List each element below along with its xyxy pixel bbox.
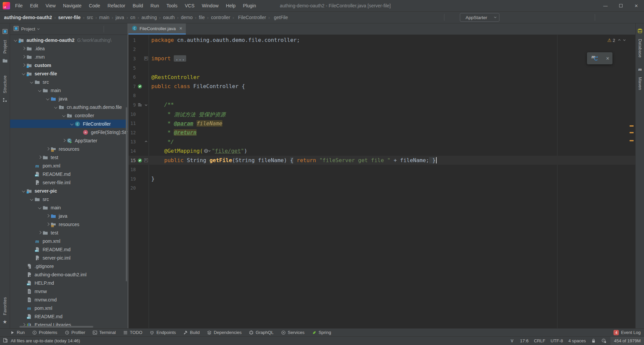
tool-window-button-todo[interactable]: TODO: [123, 330, 142, 335]
indent-style-widget[interactable]: 4 spaces: [568, 337, 586, 345]
hide-button[interactable]: [117, 25, 125, 33]
line-number[interactable]: 20: [128, 185, 136, 191]
menu-tools[interactable]: Tools: [163, 0, 181, 12]
breadcrumb-item-getfile[interactable]: mgetFile: [272, 15, 288, 20]
breadcrumb-item-controller[interactable]: controller: [211, 15, 230, 20]
menu-help[interactable]: Help: [222, 0, 239, 12]
tool-window-button-terminal[interactable]: Terminal: [93, 330, 116, 335]
tree-chevron[interactable]: [21, 44, 26, 53]
line-separator-widget[interactable]: CRLF: [534, 337, 545, 345]
memory-indicator-widget[interactable]: 454 of 1979M: [610, 337, 644, 345]
tree-chevron[interactable]: [37, 86, 43, 94]
inspections-widget[interactable]: ⚠ 2: [607, 38, 625, 43]
tree-item-test[interactable]: test: [10, 228, 127, 237]
run-button[interactable]: [503, 13, 511, 21]
line-number[interactable]: 8: [128, 93, 136, 98]
tree-chevron[interactable]: [13, 36, 18, 44]
menu-run[interactable]: Run: [147, 0, 163, 12]
tree-chevron[interactable]: [45, 212, 51, 220]
profile-alloc-button[interactable]: [560, 13, 568, 21]
line-number[interactable]: 2: [128, 47, 136, 52]
tool-window-button-endpoints[interactable]: Endpoints: [150, 330, 176, 335]
tool-button-database[interactable]: Database: [638, 39, 642, 58]
menu-window[interactable]: Window: [198, 0, 222, 12]
breadcrumb-item-file[interactable]: file: [199, 15, 205, 20]
tree-item-server-pic[interactable]: server-pic: [10, 187, 127, 195]
tree-chevron[interactable]: [61, 111, 67, 120]
packages-folder-icon[interactable]: [2, 58, 8, 65]
close-button[interactable]: ✕: [629, 0, 644, 12]
tree-chevron[interactable]: [21, 53, 26, 61]
cpu-gauge-button[interactable]: [571, 13, 579, 21]
breadcrumb-item-filecontroller[interactable]: CFileController: [236, 15, 266, 20]
warning-stripe-mark[interactable]: [630, 132, 634, 133]
tree-vertical-scrollbar[interactable]: [126, 107, 127, 281]
breadcrumb-item-java[interactable]: java: [115, 15, 124, 20]
tree-item-test[interactable]: test: [10, 153, 127, 161]
file-encoding-widget[interactable]: UTF-8: [551, 337, 563, 345]
gradient-sphere-plugin-button[interactable]: [633, 13, 641, 21]
line-number[interactable]: 7: [128, 84, 136, 89]
warning-stripe-mark[interactable]: [630, 140, 634, 141]
breadcrumb-item-authing[interactable]: authing: [142, 15, 157, 20]
menu-file[interactable]: File: [13, 0, 26, 12]
tool-window-button-problems[interactable]: Problems: [32, 330, 57, 335]
write-access-lock-widget[interactable]: [591, 337, 596, 345]
tree-item-src[interactable]: src: [10, 78, 127, 86]
tool-window-button-graphql[interactable]: GraphQL: [249, 330, 273, 335]
tree-chevron[interactable]: [21, 69, 26, 78]
tree-chevron[interactable]: [53, 103, 59, 111]
tree-item-server-file-iml[interactable]: server-file.iml: [10, 178, 127, 187]
line-number[interactable]: 14: [128, 148, 136, 154]
tab-filecontroller-java[interactable]: C FileController.java ✕: [128, 23, 186, 34]
project-view-selector[interactable]: Project: [13, 26, 39, 32]
menu-navigate[interactable]: Navigate: [59, 0, 85, 12]
tool-button-structure[interactable]: Structure: [3, 75, 7, 93]
tree-item--idea[interactable]: .idea: [10, 44, 127, 53]
ide-update-button[interactable]: [622, 13, 630, 21]
maximize-button[interactable]: [613, 0, 629, 12]
line-number[interactable]: 18: [128, 167, 136, 172]
tool-button-favorites[interactable]: Favorites: [3, 297, 7, 315]
next-problem-icon[interactable]: [623, 39, 626, 41]
tree-item-readme-md[interactable]: MDREADME.md: [10, 312, 127, 321]
tree-item-cn-authing-oauth-demo-file[interactable]: cn.authing.oauth.demo.file: [10, 103, 127, 111]
tool-window-button-spring[interactable]: Spring: [312, 330, 331, 335]
caret-position-widget[interactable]: 17:6: [520, 337, 528, 345]
tree-item-readme-md[interactable]: MDREADME.md: [10, 170, 127, 178]
line-number[interactable]: 1: [128, 38, 136, 43]
tree-chevron[interactable]: [29, 195, 35, 203]
tree-chevron[interactable]: [37, 228, 43, 237]
fold-marker[interactable]: +: [143, 57, 149, 60]
tree-item-authing-demo-oauth2-iml[interactable]: authing-demo-oauth2.iml: [10, 270, 127, 279]
tree-item-pom-xml[interactable]: mpom.xml: [10, 304, 127, 312]
tree-item-java[interactable]: java: [10, 94, 127, 103]
previous-problem-icon[interactable]: [618, 39, 621, 41]
line-number[interactable]: 19: [128, 176, 136, 182]
tree-item-src[interactable]: src: [10, 195, 127, 203]
tool-window-button-build[interactable]: Build: [183, 330, 200, 335]
tree-horizontal-scrollbar[interactable]: [19, 326, 93, 328]
tree-item--gitignore[interactable]: .gitignore: [10, 262, 127, 270]
tool-button-project[interactable]: Project: [3, 40, 7, 54]
fold-marker[interactable]: +: [143, 158, 149, 162]
breadcrumb-item-main[interactable]: main: [99, 15, 109, 20]
tree-item-appstarter[interactable]: CAppStarter: [10, 136, 127, 145]
line-number[interactable]: 12: [128, 130, 136, 135]
tree-item-main[interactable]: main: [10, 86, 127, 94]
locate-button[interactable]: [72, 25, 80, 33]
tree-chevron[interactable]: [29, 78, 35, 86]
debug-button[interactable]: [514, 13, 522, 21]
tree-item-controller[interactable]: controller: [10, 111, 127, 120]
tree-item-mvnw-cmd[interactable]: mvnw.cmd: [10, 295, 127, 304]
doclist-gutter-icon[interactable]: [137, 102, 143, 107]
tree-item-pom-xml[interactable]: mpom.xml: [10, 161, 127, 170]
tool-window-button-run[interactable]: Run: [10, 330, 25, 335]
line-number[interactable]: 5: [128, 65, 136, 71]
menu-code[interactable]: Code: [85, 0, 104, 12]
tree-chevron[interactable]: [69, 120, 75, 128]
bean-gutter-icon[interactable]: [137, 158, 143, 163]
breadcrumb-item-cn[interactable]: cn: [130, 15, 135, 20]
profiler-menu-button[interactable]: [537, 13, 545, 21]
warning-stripe-mark[interactable]: [630, 125, 634, 127]
